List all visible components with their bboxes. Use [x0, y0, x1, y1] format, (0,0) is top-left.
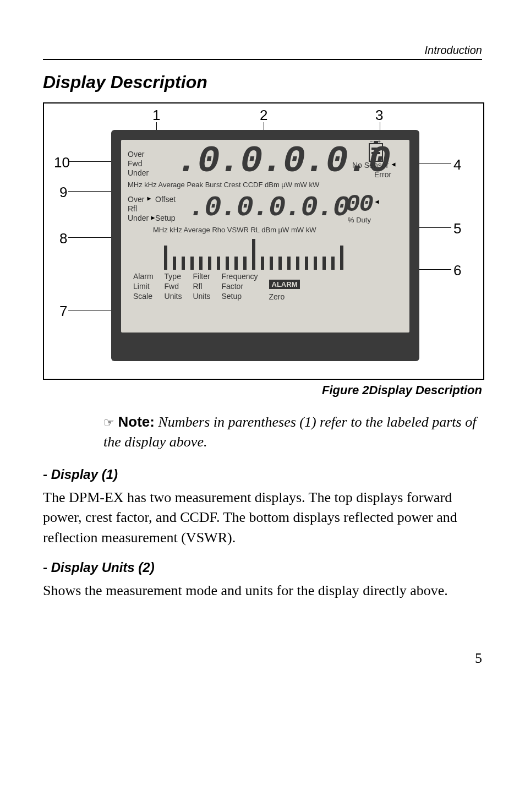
callout-2: 2 — [260, 107, 267, 124]
device-frame: − + Over Fwd Under .0.0.0.0.0 No Sensor … — [111, 130, 419, 361]
lbl-setup-bot: Setup — [155, 214, 176, 224]
menu-frequency: Frequency — [221, 272, 258, 281]
menu-factor: Factor — [221, 282, 258, 291]
menu-limit: Limit — [133, 282, 154, 291]
note-text: Numbers in parentheses (1) refer to the … — [103, 414, 476, 450]
header-chapter: Introduction — [424, 44, 482, 57]
callout-8: 8 — [59, 230, 67, 247]
digits-bottom: .0.0.0.0.0 — [188, 192, 349, 224]
lbl-error: Error — [374, 170, 391, 180]
lbl-fwd: Fwd — [128, 159, 142, 169]
menu-units1: Units — [165, 292, 182, 301]
figure-caption: Figure 2Display Description — [43, 383, 482, 397]
lbl-rfl: Rfl — [128, 204, 137, 214]
menu-fwd: Fwd — [165, 282, 182, 291]
note-block: ☞ Note: Numbers in parentheses (1) refer… — [103, 412, 482, 453]
lbl-over-top: Over — [128, 150, 144, 160]
menu-alarm-badge: ALARM — [269, 280, 300, 289]
note-hand-icon: ☞ — [103, 416, 114, 429]
menu-rfl: Rfl — [193, 282, 210, 291]
lbl-over-bot: Over — [128, 195, 144, 205]
page-number: 5 — [43, 650, 482, 667]
subheading-display-units-2: - Display Units (2) — [43, 560, 482, 575]
paragraph-display-1: The DPM-EX has two measurement displays.… — [43, 488, 482, 548]
lbl-duty: % Duty — [348, 216, 371, 225]
menu-zero: Zero — [269, 292, 300, 301]
units-strip-bottom: MHz kHz Average Rho VSWR RL dBm µW mW kW — [153, 226, 316, 235]
duty-digits: 00 — [346, 190, 373, 218]
lbl-under-bot: Under — [128, 214, 149, 224]
callout-5: 5 — [453, 220, 461, 237]
lbl-offset: Offset — [155, 195, 176, 205]
callout-6: 6 — [453, 262, 461, 279]
menu-units2: Units — [193, 292, 210, 301]
lbl-under-top: Under — [128, 168, 149, 178]
menu-filter: Filter — [193, 272, 210, 281]
bargraph — [164, 239, 343, 270]
callout-3: 3 — [375, 107, 383, 124]
menu-scale: Scale — [133, 292, 154, 301]
callout-10: 10 — [54, 154, 70, 171]
callout-7: 7 — [59, 303, 67, 320]
lbl-no-sensor: No Sensor — [352, 161, 389, 171]
callout-9: 9 — [59, 184, 67, 201]
subheading-display-1: - Display (1) — [43, 467, 482, 482]
note-label: Note: — [118, 413, 155, 430]
menu-row: Alarm Limit Scale Type Fwd Units Filter … — [133, 272, 397, 301]
callout-1: 1 — [152, 107, 160, 124]
section-title: Display Description — [43, 72, 482, 92]
callout-4: 4 — [453, 156, 461, 173]
page-header: Introduction — [43, 44, 482, 60]
units-strip-top: MHz kHz Average Peak Burst Crest CCDF dB… — [128, 181, 319, 189]
menu-setup: Setup — [221, 292, 258, 301]
lcd-screen: − + Over Fwd Under .0.0.0.0.0 No Sensor … — [121, 140, 409, 333]
paragraph-display-units-2: Shows the measurement mode and units for… — [43, 581, 482, 601]
menu-type: Type — [165, 272, 182, 281]
menu-alarm: Alarm — [133, 272, 154, 281]
display-figure: 1 2 3 10 9 8 7 4 5 6 — [43, 102, 484, 380]
